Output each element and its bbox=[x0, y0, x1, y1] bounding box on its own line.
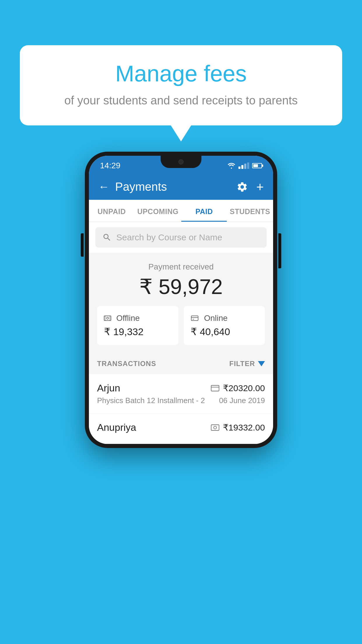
svg-rect-7 bbox=[211, 385, 219, 391]
transaction-row[interactable]: Anupriya ₹19332.00 bbox=[89, 414, 273, 444]
transaction-top: Arjun ₹20320.00 bbox=[97, 382, 265, 394]
signal-bars bbox=[238, 162, 249, 169]
app-bar-title: Payments bbox=[115, 180, 231, 193]
payment-cards: Offline ₹ 19,332 On bbox=[97, 306, 265, 345]
online-card-header: Online bbox=[189, 314, 259, 323]
transaction-cash-icon bbox=[211, 424, 219, 431]
transaction-name-2: Anupriya bbox=[97, 422, 136, 433]
online-card: Online ₹ 40,640 bbox=[184, 306, 265, 345]
transaction-amount-2: ₹19332.00 bbox=[223, 422, 265, 433]
online-card-type: Online bbox=[204, 314, 228, 323]
svg-rect-9 bbox=[211, 425, 219, 430]
app-bar-icons: + bbox=[236, 181, 264, 193]
status-time: 14:29 bbox=[100, 161, 120, 170]
transactions-header: TRANSACTIONS FILTER bbox=[89, 353, 273, 374]
speech-bubble: Manage fees of your students and send re… bbox=[20, 45, 342, 125]
tabs: UNPAID UPCOMING PAID STUDENTS bbox=[89, 200, 273, 222]
svg-rect-4 bbox=[191, 316, 198, 321]
status-icons bbox=[227, 162, 262, 169]
offline-card-header: Offline bbox=[103, 314, 173, 323]
offline-card-type: Offline bbox=[116, 314, 140, 323]
bubble-subtitle: of your students and send receipts to pa… bbox=[37, 93, 325, 108]
cash-icon bbox=[103, 314, 112, 322]
search-container: Search by Course or Name bbox=[89, 222, 273, 253]
offline-card-amount: ₹ 19,332 bbox=[103, 326, 173, 337]
speech-bubble-section: Manage fees of your students and send re… bbox=[20, 45, 342, 125]
transaction-row[interactable]: Arjun ₹20320.00 Physics Batch 12 Install… bbox=[89, 374, 273, 414]
wifi-icon bbox=[227, 162, 236, 169]
transaction-desc: Physics Batch 12 Installment - 2 bbox=[97, 396, 205, 405]
camera-dot bbox=[178, 159, 184, 164]
transaction-card-icon bbox=[211, 385, 219, 391]
payment-label: Payment received bbox=[97, 262, 265, 272]
transaction-amount: ₹20320.00 bbox=[223, 383, 265, 393]
search-icon bbox=[102, 233, 112, 242]
search-placeholder: Search by Course or Name bbox=[116, 232, 222, 242]
back-button[interactable]: ← bbox=[98, 181, 109, 193]
notch bbox=[161, 156, 201, 168]
card-icon bbox=[189, 314, 200, 322]
search-box[interactable]: Search by Course or Name bbox=[95, 227, 267, 248]
transactions-label: TRANSACTIONS bbox=[97, 360, 156, 368]
filter-label: FILTER bbox=[229, 360, 255, 368]
phone-inner: 14:29 bbox=[89, 156, 273, 444]
battery-icon bbox=[252, 163, 262, 168]
tab-upcoming[interactable]: UPCOMING bbox=[134, 200, 182, 222]
phone-mockup: 14:29 bbox=[85, 152, 277, 448]
filter-button[interactable]: FILTER bbox=[229, 360, 265, 368]
app-bar: ← Payments + bbox=[89, 174, 273, 200]
settings-icon[interactable] bbox=[236, 181, 248, 193]
filter-icon bbox=[258, 361, 265, 366]
transaction-top: Anupriya ₹19332.00 bbox=[97, 422, 265, 433]
phone-outer: 14:29 bbox=[85, 152, 277, 448]
tab-unpaid[interactable]: UNPAID bbox=[89, 200, 134, 222]
offline-card: Offline ₹ 19,332 bbox=[97, 306, 178, 345]
svg-point-1 bbox=[107, 317, 109, 319]
tab-paid[interactable]: PAID bbox=[181, 200, 227, 222]
online-card-amount: ₹ 40,640 bbox=[189, 326, 259, 337]
transaction-amount-wrap: ₹20320.00 bbox=[211, 383, 265, 393]
transaction-name: Arjun bbox=[97, 382, 120, 394]
payment-section: Payment received ₹ 59,972 bbox=[89, 253, 273, 353]
status-bar: 14:29 bbox=[89, 156, 273, 174]
add-button[interactable]: + bbox=[256, 181, 264, 193]
svg-point-10 bbox=[214, 426, 217, 429]
transaction-bottom: Physics Batch 12 Installment - 2 06 June… bbox=[97, 396, 265, 405]
transaction-amount-wrap-2: ₹19332.00 bbox=[211, 422, 265, 433]
tab-students[interactable]: STUDENTS bbox=[227, 200, 273, 222]
transaction-date: 06 June 2019 bbox=[219, 396, 265, 405]
bubble-title: Manage fees bbox=[37, 61, 325, 86]
payment-amount: ₹ 59,972 bbox=[97, 274, 265, 299]
